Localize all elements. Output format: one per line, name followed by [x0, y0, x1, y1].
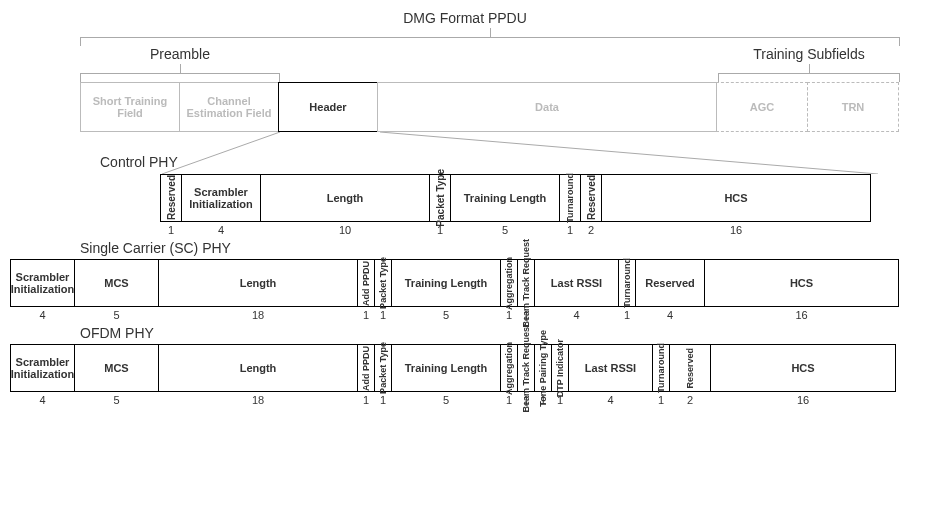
sc-field-bits: 1 — [374, 309, 392, 321]
header-leader-lines: Control PHY — [10, 132, 920, 174]
control-phy-label: Control PHY — [100, 154, 178, 170]
ppdu-top-row: Short Training Field Channel Estimation … — [80, 82, 920, 132]
ofdm-field-bits: 2 — [669, 394, 711, 406]
sc-field-label: HCS — [790, 277, 813, 289]
stf-block: Short Training Field — [80, 82, 180, 132]
control-field-label: Reserved — [586, 175, 597, 220]
svg-line-0 — [162, 132, 280, 174]
cef-block: Channel Estimation Field — [179, 82, 279, 132]
training-label: Training Subfields — [718, 46, 900, 62]
sc-field-length: Length — [158, 259, 358, 307]
sc-phy-bits: 45181151141416 — [10, 309, 920, 321]
sc-field-aggregation: Aggregation — [500, 259, 518, 307]
ofdm-field-label: Add PPDU — [361, 346, 371, 391]
ofdm-field-aggregation: Aggregation — [500, 344, 518, 392]
sc-field-bits: 4 — [534, 309, 619, 321]
title: DMG Format PPDU — [10, 10, 920, 26]
ofdm-field-bits: 1 — [652, 394, 670, 406]
preamble-label: Preamble — [80, 46, 280, 62]
control-field-bits: 1 — [559, 224, 581, 236]
trn-block: TRN — [807, 82, 899, 132]
ofdm-field-bits: 16 — [710, 394, 896, 406]
ofdm-field-bits: 5 — [391, 394, 501, 406]
ofdm-field-mcs: MCS — [74, 344, 159, 392]
control-phy-bits: 1410151216 — [160, 224, 920, 236]
sc-field-last-rssi: Last RSSI — [534, 259, 619, 307]
control-field-training-length: Training Length — [450, 174, 560, 222]
sc-field-label: Turnaround — [622, 258, 632, 308]
sc-field-bits: 18 — [158, 309, 358, 321]
ofdm-field-bits: 1 — [357, 394, 375, 406]
sc-field-scrambler-initialization: Scrambler Initialization — [10, 259, 75, 307]
control-field-label: HCS — [724, 192, 747, 204]
dmg-ppdu-diagram: DMG Format PPDU Preamble Training Subfie… — [10, 10, 920, 406]
ofdm-field-bits: 4 — [568, 394, 653, 406]
sc-field-label: Packet Type — [378, 257, 388, 309]
sc-field-bits: 1 — [500, 309, 518, 321]
preamble-brace — [80, 64, 280, 82]
ofdm-field-hcs: HCS — [710, 344, 896, 392]
sc-field-reserved: Reserved — [635, 259, 705, 307]
control-field-bits: 4 — [181, 224, 261, 236]
sc-field-beam-track-request: Beam Track Request — [517, 259, 535, 307]
control-field-hcs: HCS — [601, 174, 871, 222]
ofdm-field-beam-track-request: Beam Track Request — [517, 344, 535, 392]
sc-field-mcs: MCS — [74, 259, 159, 307]
control-field-label: Length — [327, 192, 364, 204]
sc-phy-row: Scrambler InitializationMCSLengthAdd PPD… — [10, 259, 920, 307]
ofdm-field-label: Last RSSI — [585, 362, 636, 374]
ofdm-field-dtp-indicator: DTP Indicator — [551, 344, 569, 392]
ofdm-field-bits: 4 — [10, 394, 75, 406]
ofdm-field-label: Reserved — [685, 348, 695, 389]
header-block: Header — [278, 82, 378, 132]
ofdm-field-turnaround: Turnaround — [652, 344, 670, 392]
ofdm-field-label: MCS — [104, 362, 128, 374]
sc-field-bits: 16 — [704, 309, 899, 321]
ofdm-field-label: Training Length — [405, 362, 488, 374]
ofdm-field-label: Turnaround — [656, 343, 666, 393]
ofdm-field-bits: 1 — [500, 394, 518, 406]
ofdm-field-bits: 5 — [74, 394, 159, 406]
title-brace — [80, 28, 900, 46]
sc-field-label: Last RSSI — [551, 277, 602, 289]
control-field-bits: 10 — [260, 224, 430, 236]
control-field-label: Turnaround — [565, 173, 575, 223]
training-brace — [718, 64, 900, 82]
control-field-reserved: Reserved — [160, 174, 182, 222]
control-field-label: Reserved — [166, 175, 177, 220]
sc-field-turnaround: Turnaround — [618, 259, 636, 307]
sc-field-bits: 1 — [357, 309, 375, 321]
ofdm-field-reserved: Reserved — [669, 344, 711, 392]
data-block: Data — [377, 82, 717, 132]
ofdm-field-label: Packet Type — [378, 342, 388, 394]
control-field-bits: 2 — [580, 224, 602, 236]
control-field-turnaround: Turnaround — [559, 174, 581, 222]
sc-field-bits: 5 — [74, 309, 159, 321]
ofdm-field-label: Length — [240, 362, 277, 374]
control-field-scrambler-initialization: Scrambler Initialization — [181, 174, 261, 222]
ofdm-field-label: DTP Indicator — [555, 339, 565, 397]
ofdm-field-tone-pairing-type: Tone Pairing Type — [534, 344, 552, 392]
ofdm-field-label: Aggregation — [504, 342, 514, 395]
control-field-bits: 5 — [450, 224, 560, 236]
sc-field-label: Beam Track Request — [521, 239, 531, 328]
control-field-bits: 1 — [160, 224, 182, 236]
ofdm-field-last-rssi: Last RSSI — [568, 344, 653, 392]
control-field-label: Packet Type — [435, 169, 446, 227]
sc-field-bits: 5 — [391, 309, 501, 321]
control-field-reserved: Reserved — [580, 174, 602, 222]
ofdm-phy-bits: 4518115111141216 — [10, 394, 920, 406]
ofdm-field-label: HCS — [791, 362, 814, 374]
sc-field-label: Scrambler Initialization — [11, 271, 75, 295]
sc-field-label: Reserved — [645, 277, 695, 289]
sc-field-label: Training Length — [405, 277, 488, 289]
ofdm-field-add-ppdu: Add PPDU — [357, 344, 375, 392]
control-field-bits: 16 — [601, 224, 871, 236]
control-field-length: Length — [260, 174, 430, 222]
ofdm-field-bits: 18 — [158, 394, 358, 406]
sc-phy-label: Single Carrier (SC) PHY — [80, 240, 920, 256]
sc-field-add-ppdu: Add PPDU — [357, 259, 375, 307]
ofdm-field-label: Beam Track Request — [521, 324, 531, 413]
ofdm-field-packet-type: Packet Type — [374, 344, 392, 392]
ofdm-field-scrambler-initialization: Scrambler Initialization — [10, 344, 75, 392]
